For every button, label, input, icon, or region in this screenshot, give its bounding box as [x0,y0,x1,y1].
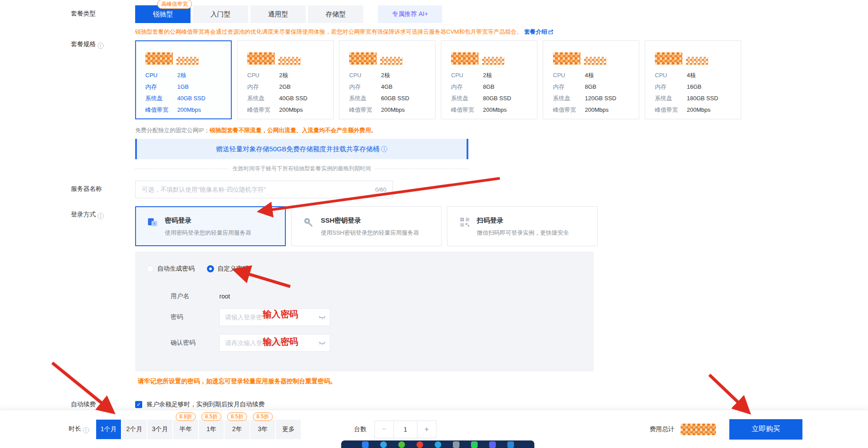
buy-now-button[interactable]: 立即购买 [729,419,802,440]
redacted-price [553,52,580,65]
spec-cards: CPU2核 内存1GB 系统盘40GB SSD 峰值带宽200Mbps CPU2… [135,40,868,119]
server-name-input-wrap: 0/60 [135,181,393,198]
duration-1month[interactable]: 1个月 [96,420,121,439]
lighthouse-purchase-page: 套餐类型 高峰值带宽 锐驰型 入门型 通用型 存储型 专属推荐 AI+ 锐驰型套… [0,0,868,448]
duration-more[interactable]: 更多 [276,420,301,439]
duration-label: 时长i [69,425,89,433]
login-card-desc: 使用密码登录您的轻量应用服务器 [165,229,251,237]
taskbar-app-icon[interactable] [471,441,478,448]
radio-icon [207,265,214,272]
total-cost-label: 费用总计 [650,425,674,433]
duration-3year[interactable]: 3年 [250,420,275,439]
login-card-password[interactable]: 密码登录 使用密码登录您的轻量应用服务器 [135,206,286,246]
duration-1year[interactable]: 1年 [199,420,224,439]
auto-renew-row: 自动续费 ✓ 账户余额足够时，实例到期后按月自动续费 [0,396,868,409]
quantity-label: 台数 [354,425,366,433]
radio-custom-password[interactable]: 自定义密码 [207,265,249,273]
package-spec-row: 套餐规格i CPU2核 内存1GB 系统盘40GB SSD 峰值带宽200Mbp… [0,36,868,173]
redacted-price [451,52,479,65]
auto-renew-label: 自动续费 [71,396,135,409]
taskbar-app-icon[interactable] [489,441,496,448]
redacted-price-unit [380,57,402,65]
redacted-price-unit [278,57,300,65]
info-icon[interactable]: i [97,213,104,219]
redacted-price-unit [584,57,606,65]
redacted-price [655,52,682,65]
redacted-price [349,52,377,65]
redacted-price-unit [482,57,504,65]
tab-ai-recommend[interactable]: 专属推荐 AI+ [378,5,442,23]
username-value: root [219,293,230,300]
spec-card[interactable]: CPU4核 内存16GB 系统盘180GB SSD 峰值带宽200Mbps [645,40,741,119]
server-name-row: 服务器名称 0/60 [0,181,868,198]
package-type-tabs: 锐驰型 入门型 通用型 存储型 专属推荐 AI+ [135,5,868,23]
eye-closed-icon[interactable] [319,314,326,322]
effective-time-note: 生效时间等于账号下所有锐驰型套餐实例的最晚到期时间 [135,165,468,173]
char-counter: 0/60 [375,186,386,193]
redacted-price-unit [686,57,708,65]
info-icon[interactable]: i [97,43,104,49]
quantity-plus-button[interactable]: + [417,420,436,438]
gift-banner: 赠送轻量对象存储50GB免费存储额度并挂载共享存储桶i [135,139,468,159]
taskbar-app-icon[interactable] [507,441,514,448]
duration-halfyear[interactable]: 半年 [173,420,198,439]
discount-badge: 8.5折 [202,413,222,421]
taskbar-app-icon[interactable] [380,441,387,448]
duration-options: 1个月 2个月 3个月 8.8折半年 8.5折1年 8.5折2年 8.5折3年 … [96,420,301,439]
package-spec-label: 套餐规格i [71,36,135,173]
quantity-value[interactable]: 1 [394,420,417,438]
login-card-qr[interactable]: 扫码登录 微信扫码即可登录实例，更快捷安全 [447,206,598,246]
package-type-row: 套餐类型 高峰值带宽 锐驰型 入门型 通用型 存储型 专属推荐 AI+ 锐驰型套… [0,5,868,36]
password-panel: 自动生成密码 自定义密码 用户名 root 密码 [135,252,594,371]
redacted-price [145,52,173,65]
discount-badge: 8.5折 [253,413,273,421]
login-card-desc: 使用SSH密钥登录您的轻量应用服务器 [321,229,419,237]
server-name-input[interactable] [142,186,375,193]
taskbar-app-icon[interactable] [398,441,405,448]
taskbar-app-icon[interactable] [416,441,423,448]
login-card-title: 密码登录 [165,216,251,225]
duration-2year[interactable]: 2年 [225,420,249,439]
auto-renew-text: 账户余额足够时，实例到期后按月自动续费 [147,401,265,409]
eye-closed-icon[interactable] [319,340,326,347]
peak-bandwidth-badge: 高峰值带宽 [157,0,192,9]
package-intro-link[interactable]: 套餐介绍 [524,28,547,35]
password-input-wrap [219,308,330,326]
spec-card[interactable]: CPU2核 内存8GB 系统盘80GB SSD 峰值带宽200Mbps [441,40,537,119]
radio-icon [147,265,154,272]
external-link-icon [548,29,553,36]
purchase-form: 套餐类型 高峰值带宽 锐驰型 入门型 通用型 存储型 专属推荐 AI+ 锐驰型套… [0,0,868,409]
login-card-desc: 微信扫码即可登录实例，更快捷安全 [477,229,569,237]
taskbar-app-icon[interactable] [362,441,369,448]
radio-auto-password[interactable]: 自动生成密码 [147,265,195,273]
info-icon[interactable]: i [83,427,89,433]
os-taskbar-fragment [341,440,534,448]
login-method-cards: 密码登录 使用密码登录您的轻量应用服务器 SSH密钥登录 使用SSH密钥登录您的… [135,206,868,246]
spec-card[interactable]: CPU2核 内存1GB 系统盘40GB SSD 峰值带宽200Mbps [135,40,232,119]
password-label: 密码 [171,313,219,321]
tab-general[interactable]: 通用型 [250,5,306,23]
login-method-row: 登录方式i 密码登录 使用密码登录您的轻量应用服务器 [0,206,868,385]
tab-entry[interactable]: 入门型 [193,5,248,23]
taskbar-app-icon[interactable] [435,441,441,448]
quantity-minus-button[interactable]: − [374,420,394,438]
login-card-title: SSH密钥登录 [321,216,419,225]
tab-storage[interactable]: 存储型 [308,5,363,23]
confirm-password-input[interactable] [225,339,315,346]
info-icon[interactable]: i [381,146,387,152]
redacted-total-price [681,424,716,435]
ip-notice: 免费分配独立的固定公网IP；锐驰型套餐不限流量，公网出流量、入流量均不会产生额外… [135,126,868,134]
spec-card[interactable]: CPU4核 内存8GB 系统盘120GB SSD 峰值带宽200Mbps [543,40,639,119]
duration-3month[interactable]: 3个月 [148,420,172,439]
redacted-price-unit [176,57,199,65]
discount-badge: 8.5折 [227,413,247,421]
taskbar-app-icon[interactable] [453,441,459,448]
duration-2month[interactable]: 2个月 [122,420,147,439]
username-label: 用户名 [171,292,219,300]
auto-renew-checkbox[interactable]: ✓ [135,401,142,408]
spec-card[interactable]: CPU2核 内存4GB 系统盘60GB SSD 峰值带宽200Mbps [339,40,436,119]
login-card-ssh[interactable]: SSH密钥登录 使用SSH密钥登录您的轻量应用服务器 [291,206,442,246]
spec-card[interactable]: CPU2核 内存2GB 系统盘40GB SSD 峰值带宽200Mbps [237,40,334,119]
password-input[interactable] [225,314,315,321]
password-warning: 请牢记您所设置的密码，如遗忘可登录轻量应用服务器控制台重置密码。 [135,377,868,385]
